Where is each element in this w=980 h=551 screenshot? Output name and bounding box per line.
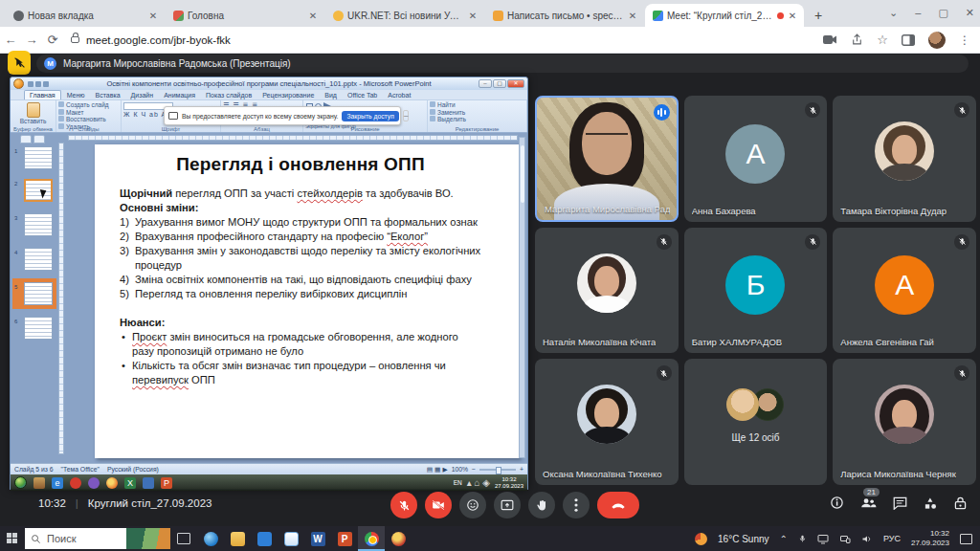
tab-close-icon[interactable]: ✕ bbox=[627, 11, 638, 21]
profile-avatar[interactable] bbox=[928, 32, 946, 49]
tile-speaker[interactable]: Маргарита Мирославівна Радомс… bbox=[535, 96, 679, 222]
ppt-tab-officetab[interactable]: Office Tab bbox=[343, 91, 382, 99]
ppt-minimize-button[interactable]: – bbox=[479, 79, 492, 88]
select-button[interactable]: Выделить bbox=[430, 116, 524, 123]
tray-network-icon[interactable] bbox=[839, 534, 851, 544]
tile-more-people[interactable]: Ще 12 осіб bbox=[684, 359, 828, 485]
tab-search-chevron-icon[interactable]: ⌄ bbox=[889, 7, 898, 19]
presentation-banner[interactable]: M Маргарита Мирославівна Радомська (През… bbox=[36, 55, 969, 73]
outline-pane-tab[interactable] bbox=[33, 135, 45, 143]
start-button[interactable] bbox=[0, 533, 25, 544]
tab-close-icon[interactable]: ✕ bbox=[147, 11, 159, 21]
search-highlight-image[interactable] bbox=[126, 528, 170, 549]
browser-taskbar-button[interactable] bbox=[385, 526, 412, 551]
slide-thumbnail-6[interactable] bbox=[24, 317, 53, 340]
url-text[interactable]: meet.google.com/jbr-byok-fkk bbox=[86, 34, 231, 46]
meeting-details-button[interactable] bbox=[830, 496, 844, 510]
url-field[interactable]: meet.google.com/jbr-byok-fkk bbox=[71, 34, 823, 46]
layout-button[interactable]: Макет bbox=[58, 109, 119, 117]
chat-button[interactable] bbox=[893, 496, 907, 510]
tab-close-icon[interactable]: ✕ bbox=[307, 11, 319, 21]
chrome-taskbar-button[interactable] bbox=[358, 526, 385, 551]
word-taskbar-button[interactable]: W bbox=[304, 526, 331, 551]
ppt-maximize-button[interactable]: ▢ bbox=[493, 79, 506, 88]
ppt-tab-review[interactable]: Рецензирование bbox=[257, 91, 319, 99]
tile-bakhareva[interactable]: А Анна Бахарева bbox=[684, 96, 828, 222]
edge-taskbar-button[interactable] bbox=[197, 526, 224, 551]
host-controls-button[interactable] bbox=[954, 496, 967, 510]
explorer-taskbar-button[interactable] bbox=[224, 526, 251, 551]
window-close-button[interactable]: ✕ bbox=[966, 7, 974, 19]
tab-close-icon[interactable]: ✕ bbox=[467, 11, 479, 21]
lock-icon[interactable] bbox=[71, 36, 79, 43]
slide-thumbnail-5[interactable] bbox=[24, 282, 53, 305]
camera-media-indicator-icon[interactable] bbox=[823, 34, 837, 45]
paste-icon[interactable] bbox=[27, 102, 40, 118]
viber-icon[interactable] bbox=[88, 477, 100, 489]
bookmark-star-icon[interactable]: ☆ bbox=[877, 33, 888, 47]
tray-expand-icon[interactable]: ⌃ bbox=[780, 534, 788, 544]
side-panel-icon[interactable] bbox=[902, 34, 915, 46]
tray-display-icon[interactable] bbox=[817, 534, 829, 544]
powerpoint-app-icon[interactable]: P bbox=[161, 477, 172, 489]
tile-kichata[interactable]: Наталія Миколаївна Кічата bbox=[535, 228, 679, 354]
ppt-tab-animation[interactable]: Анимация bbox=[159, 91, 200, 99]
store-taskbar-button[interactable] bbox=[251, 526, 278, 551]
tab-new-tab[interactable]: Новая вкладка ✕ bbox=[6, 4, 165, 27]
weather-text[interactable]: 16°C Sunny bbox=[718, 534, 768, 544]
tab-holovna[interactable]: Головна ✕ bbox=[166, 4, 324, 27]
replace-button[interactable]: Заменить bbox=[430, 109, 524, 117]
new-slide-button[interactable]: Создать слайд bbox=[58, 101, 119, 109]
view-buttons[interactable]: ▤ ▦ ▶ bbox=[427, 466, 448, 474]
camera-toggle-button[interactable] bbox=[425, 492, 452, 518]
find-button[interactable]: Найти bbox=[430, 101, 524, 109]
task-view-button[interactable] bbox=[170, 526, 197, 551]
photo-viewer-icon[interactable] bbox=[143, 477, 154, 489]
reload-button[interactable]: ⟳ bbox=[42, 33, 63, 47]
ppt-tab-insert[interactable]: Вставка bbox=[91, 91, 125, 99]
tab-close-icon[interactable]: ✕ bbox=[787, 11, 798, 21]
tray-volume-icon[interactable] bbox=[861, 534, 873, 544]
back-button[interactable]: ← bbox=[0, 33, 21, 47]
tray-mic-icon[interactable] bbox=[798, 533, 807, 544]
people-button[interactable]: 21 bbox=[860, 496, 877, 509]
taskbar-search-input[interactable]: Поиск bbox=[25, 528, 170, 549]
ppt-tab-acrobat[interactable]: Acrobat bbox=[383, 91, 415, 99]
zoom-slider[interactable] bbox=[479, 469, 516, 471]
browser-menu-icon[interactable]: ⋮ bbox=[959, 33, 970, 47]
zoom-in-button[interactable]: + bbox=[520, 466, 523, 473]
ppt-tab-menu[interactable]: Меню bbox=[62, 91, 90, 99]
shared-screen-powerpoint-window[interactable]: Освітні компоненти освітньо-професійної … bbox=[10, 77, 528, 490]
tab-meet-active[interactable]: Meet: “Круглий стіл_27.09… ✕ bbox=[645, 4, 804, 27]
weather-icon[interactable] bbox=[695, 533, 707, 545]
window-maximize-button[interactable]: ▢ bbox=[938, 7, 947, 19]
opera-icon[interactable] bbox=[70, 477, 81, 489]
raise-hand-button[interactable] bbox=[528, 492, 555, 518]
language-indicator[interactable]: РУС bbox=[883, 534, 901, 543]
tile-hai[interactable]: А Анжела Євгенівна Гай bbox=[833, 228, 976, 354]
stop-sharing-button[interactable]: Закрыть доступ bbox=[342, 111, 398, 121]
internet-explorer-icon[interactable]: e bbox=[52, 477, 63, 489]
ppt-tab-view[interactable]: Вид bbox=[320, 91, 342, 99]
tile-khalmuradov[interactable]: Б Батир ХАЛМУРАДОВ bbox=[684, 228, 828, 354]
tab-ukrnet[interactable]: UKR.NET: Всі новини України, … ✕ bbox=[325, 4, 484, 27]
mail-taskbar-button[interactable] bbox=[278, 526, 304, 551]
slides-pane-tab[interactable] bbox=[20, 135, 32, 143]
ppt-close-button[interactable]: ✕ bbox=[507, 79, 524, 88]
forward-button[interactable]: → bbox=[21, 33, 42, 47]
slide-thumbnail-2[interactable] bbox=[24, 179, 53, 202]
taskbar-clock[interactable]: 10:3227.09.2023 bbox=[911, 529, 949, 547]
share-notification-collapse-button[interactable]: – bbox=[403, 110, 409, 121]
slide-thumbnail-1[interactable] bbox=[24, 146, 53, 169]
tab-mail[interactable]: Написать письмо • specially@… ✕ bbox=[485, 4, 644, 27]
ppt-tab-slideshow[interactable]: Показ слайдов bbox=[201, 91, 256, 99]
slide-thumbnail-4[interactable] bbox=[24, 248, 53, 271]
slide-thumbnail-3[interactable] bbox=[24, 213, 53, 236]
tile-chernyak[interactable]: Лариса Миколаївна Черняк bbox=[833, 359, 976, 485]
firefox-icon[interactable] bbox=[106, 477, 118, 489]
reset-button[interactable]: Восстановить bbox=[58, 116, 119, 123]
mic-toggle-button[interactable] bbox=[390, 492, 417, 518]
activities-button[interactable] bbox=[924, 496, 938, 510]
share-icon[interactable] bbox=[851, 33, 863, 46]
media-app-icon[interactable] bbox=[33, 477, 45, 489]
